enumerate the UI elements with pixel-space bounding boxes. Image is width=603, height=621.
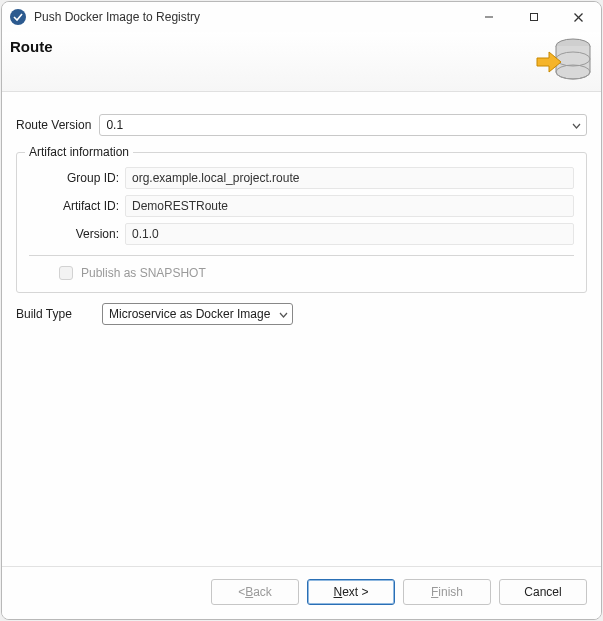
- artifact-id-label: Artifact ID:: [29, 199, 119, 213]
- artifact-id-field: [125, 195, 574, 217]
- close-button[interactable]: [556, 2, 601, 32]
- route-version-row: Route Version: [16, 114, 587, 136]
- next-button[interactable]: Next >: [307, 579, 395, 605]
- artifact-form: Group ID: Artifact ID: Version:: [29, 167, 574, 256]
- window-title: Push Docker Image to Registry: [34, 10, 466, 24]
- group-id-label: Group ID:: [29, 171, 119, 185]
- group-id-field: [125, 167, 574, 189]
- minimize-icon: [484, 12, 494, 22]
- database-export-icon: [535, 34, 595, 91]
- close-icon: [573, 12, 584, 23]
- cancel-button[interactable]: Cancel: [499, 579, 587, 605]
- minimize-button[interactable]: [466, 2, 511, 32]
- content-area: Route Version Artifact information Group…: [2, 92, 601, 566]
- route-version-label: Route Version: [16, 118, 91, 132]
- build-type-select[interactable]: Microservice as Docker Image: [102, 303, 293, 325]
- build-type-value: Microservice as Docker Image: [102, 303, 293, 325]
- titlebar: Push Docker Image to Registry: [2, 2, 601, 32]
- window-controls: [466, 2, 601, 32]
- publish-snapshot-label: Publish as SNAPSHOT: [81, 266, 206, 280]
- artifact-legend: Artifact information: [25, 145, 133, 159]
- artifact-groupbox: Artifact information Group ID: Artifact …: [16, 152, 587, 293]
- button-bar: < Back Next > Finish Cancel: [2, 566, 601, 619]
- finish-button: Finish: [403, 579, 491, 605]
- back-button: < Back: [211, 579, 299, 605]
- build-type-row: Build Type Microservice as Docker Image: [16, 303, 587, 325]
- svg-rect-1: [530, 14, 537, 21]
- route-version-select[interactable]: [99, 114, 587, 136]
- app-icon: [10, 9, 26, 25]
- publish-snapshot-row: Publish as SNAPSHOT: [29, 256, 574, 282]
- maximize-button[interactable]: [511, 2, 556, 32]
- page-title: Route: [10, 38, 53, 55]
- banner: Route: [2, 32, 601, 92]
- publish-snapshot-checkbox: [59, 266, 73, 280]
- version-field: [125, 223, 574, 245]
- version-label: Version:: [29, 227, 119, 241]
- route-version-input[interactable]: [99, 114, 587, 136]
- build-type-label: Build Type: [16, 307, 94, 321]
- maximize-icon: [529, 12, 539, 22]
- dialog-window: Push Docker Image to Registry Route: [1, 1, 602, 620]
